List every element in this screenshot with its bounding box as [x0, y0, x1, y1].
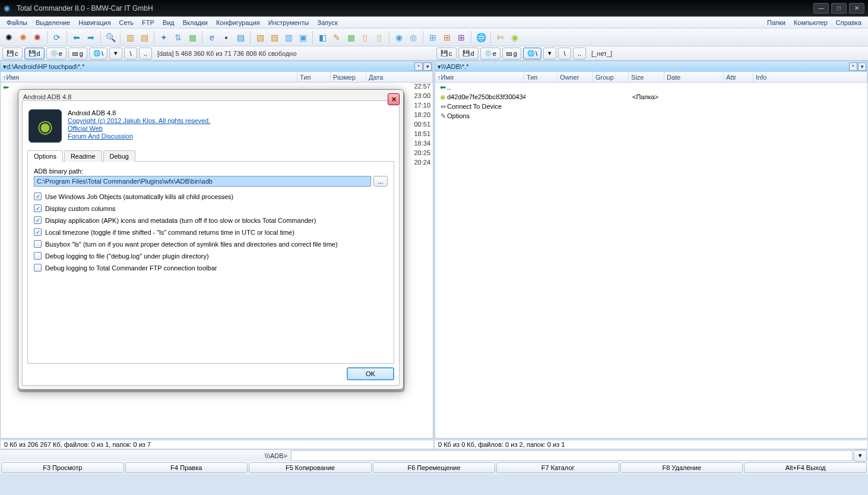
- drive-d-left[interactable]: 💾d: [24, 48, 45, 59]
- menu-config[interactable]: Конфигурация: [212, 18, 264, 27]
- altf4-exit[interactable]: Alt+F4 Выход: [744, 462, 867, 473]
- minimize-button[interactable]: —: [813, 3, 829, 14]
- f8-delete[interactable]: F8 Удаление: [620, 462, 743, 473]
- col-group-right[interactable]: Group: [593, 72, 629, 82]
- drive-dropdown-right[interactable]: ▾: [543, 48, 556, 59]
- drive-c-left[interactable]: 💾c: [2, 48, 23, 59]
- menu-view[interactable]: Вид: [159, 18, 179, 27]
- sheet-icon[interactable]: ▤: [234, 31, 247, 44]
- ie-icon[interactable]: e: [205, 31, 218, 44]
- col-date-right[interactable]: Date: [664, 72, 724, 82]
- net1-icon[interactable]: ◉: [392, 31, 406, 44]
- sel-icon[interactable]: ▣: [296, 31, 309, 44]
- checkbox-row-5[interactable]: Debug logging to file ("debug.log" under…: [34, 252, 388, 260]
- drive-e-left[interactable]: 💿e: [46, 48, 66, 59]
- android-icon[interactable]: ◉: [508, 31, 521, 44]
- checkbox-4[interactable]: [34, 240, 42, 248]
- browse-button[interactable]: ...: [373, 176, 388, 187]
- star-icon[interactable]: ✦: [157, 31, 170, 44]
- drive-g-left[interactable]: 🖴g: [68, 48, 87, 59]
- checkbox-6[interactable]: [34, 264, 42, 272]
- col-size-left[interactable]: Размер: [331, 72, 366, 82]
- fav-right[interactable]: *: [849, 62, 857, 71]
- page2-icon[interactable]: ▨: [268, 31, 281, 44]
- checkbox-2[interactable]: ✓: [34, 216, 42, 224]
- col-info-right[interactable]: Info: [753, 72, 867, 82]
- menu-tabs[interactable]: Вкладки: [179, 18, 212, 27]
- net2-icon[interactable]: ◎: [407, 31, 420, 44]
- path-bar-left[interactable]: ▾ d:\Android\HP touchpad\*.* *▾: [1, 61, 433, 72]
- dos-icon[interactable]: ▪: [220, 31, 233, 44]
- win3-icon[interactable]: ⊞: [455, 31, 468, 44]
- drive-c-right[interactable]: 💾c: [436, 48, 457, 59]
- forward-icon[interactable]: ➡: [84, 31, 97, 44]
- checkbox-row-0[interactable]: ✓Use Windows Job Objects (automatically …: [34, 193, 388, 200]
- f3-view[interactable]: F3 Просмотр: [1, 462, 124, 473]
- col-size-right[interactable]: Size: [629, 72, 664, 82]
- checkbox-row-1[interactable]: ✓Display custom columns: [34, 204, 388, 212]
- tab-debug[interactable]: Debug: [103, 150, 135, 162]
- menu-folders[interactable]: Папки: [763, 18, 790, 27]
- col-name-right[interactable]: Имя: [441, 74, 454, 81]
- f4-edit[interactable]: F4 Правка: [125, 462, 248, 473]
- ok-button[interactable]: OK: [347, 367, 394, 380]
- pages-icon[interactable]: ▥: [282, 31, 295, 44]
- list-item[interactable]: ⇔Connect To Device: [435, 102, 867, 111]
- dialog-copyright-link[interactable]: Copyright (c) 2012 Jakub Klos. All right…: [68, 117, 210, 124]
- f7-mkdir[interactable]: F7 Каталог: [496, 462, 619, 473]
- fav-left[interactable]: *: [414, 62, 423, 71]
- checkbox-row-6[interactable]: Debug logging to Total Commander FTP con…: [34, 264, 388, 272]
- file-list-right[interactable]: ⬅.. ◉d42d0e7fe250bc83f300434a7ebcb83??..…: [435, 83, 867, 438]
- dialog-forum-link[interactable]: Forum And Discussion: [68, 133, 210, 140]
- up-button-right[interactable]: ..: [573, 48, 586, 59]
- hist-left[interactable]: ▾: [423, 62, 432, 71]
- checkbox-0[interactable]: ✓: [34, 193, 42, 200]
- tab-readme[interactable]: Readme: [64, 150, 102, 162]
- drive-e-right[interactable]: 💿e: [480, 48, 500, 59]
- copy-icon[interactable]: ▥: [123, 31, 137, 44]
- drive-net-left[interactable]: 🌐\: [89, 48, 107, 59]
- drive-net-right[interactable]: 🌐\: [523, 48, 541, 59]
- list-item[interactable]: ✎Options: [435, 111, 867, 121]
- note-icon[interactable]: ✎: [330, 31, 343, 44]
- list-item[interactable]: ⬅..: [435, 83, 867, 92]
- menu-navigation[interactable]: Навигация: [74, 18, 115, 27]
- folder-icon[interactable]: ▯: [359, 31, 372, 44]
- page1-icon[interactable]: ▧: [254, 31, 267, 44]
- gear-orange-icon[interactable]: ✺: [17, 31, 30, 44]
- f5-copy[interactable]: F5 Копирование: [249, 462, 372, 473]
- search-icon[interactable]: 🔍: [104, 31, 117, 44]
- col-type-left[interactable]: Тип: [297, 72, 331, 82]
- path-bar-right[interactable]: ▾ \\\ADB\*.* *▾: [435, 61, 867, 72]
- menu-selection[interactable]: Выделение: [31, 18, 74, 27]
- checkbox-5[interactable]: [34, 252, 42, 260]
- root-button-right[interactable]: \: [558, 48, 571, 59]
- refresh-icon[interactable]: ⟳: [50, 31, 64, 44]
- drive-g-right[interactable]: 🖴g: [502, 48, 521, 59]
- drive-d-right[interactable]: 💾d: [458, 48, 479, 59]
- menu-ftp[interactable]: FTP: [138, 18, 159, 27]
- dialog-official-link[interactable]: Official Web: [68, 125, 210, 132]
- drive-dropdown-left[interactable]: ▾: [109, 48, 122, 59]
- cmdline-dropdown[interactable]: ▾: [854, 450, 867, 462]
- menu-tools[interactable]: Инструменты: [264, 18, 313, 27]
- gear-blue-icon[interactable]: ✺: [2, 31, 15, 44]
- wand-icon[interactable]: ✄: [494, 31, 507, 44]
- root-button-left[interactable]: \: [124, 48, 137, 59]
- globe-icon[interactable]: 🌐: [474, 31, 487, 44]
- tab-options[interactable]: Options: [27, 150, 63, 162]
- maximize-button[interactable]: □: [831, 3, 847, 14]
- doc-icon[interactable]: ▦: [186, 31, 199, 44]
- col-type-right[interactable]: Тип: [524, 72, 557, 82]
- dialog-close-button[interactable]: ✕: [388, 93, 400, 105]
- win1-icon[interactable]: ⊞: [426, 31, 439, 44]
- checkbox-1[interactable]: ✓: [34, 204, 42, 212]
- checkbox-row-2[interactable]: ✓Display application (APK) icons and met…: [34, 216, 388, 224]
- col-date-left[interactable]: Дата: [366, 72, 433, 82]
- back-icon[interactable]: ⬅: [70, 31, 83, 44]
- menu-help[interactable]: Справка: [832, 18, 866, 27]
- doc2-icon[interactable]: ▯: [373, 31, 386, 44]
- list-item[interactable]: ◉d42d0e7fe250bc83f300434a7ebcb83??.. <Па…: [435, 92, 867, 102]
- col-owner-right[interactable]: Owner: [557, 72, 593, 82]
- menu-computer[interactable]: Компьютер: [790, 18, 832, 27]
